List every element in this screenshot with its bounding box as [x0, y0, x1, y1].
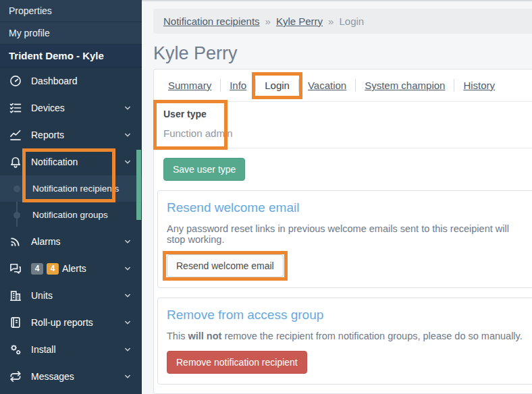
button-label: Resend welcome email	[176, 260, 274, 271]
tab-vacation[interactable]: Vacation	[298, 79, 355, 92]
sidebar: Properties My profile Trident Demo - Kyl…	[0, 0, 142, 394]
sidebar-item-alarms[interactable]: Alarms	[0, 228, 142, 255]
sidebar-item-label: Notification	[31, 157, 123, 167]
sidebar-item-label: Alerts	[62, 263, 123, 274]
sidebar-item-reports[interactable]: Reports	[0, 121, 142, 148]
sidebar-item-notification[interactable]: Notification	[0, 148, 142, 175]
user-type-label: User type	[163, 109, 524, 119]
sidebar-item-dashboard[interactable]: Dashboard	[0, 67, 142, 94]
main-content: Notification recipients » Kyle Perry » L…	[142, 0, 532, 394]
broadcast-icon	[9, 235, 22, 248]
devices-icon	[9, 101, 22, 115]
sidebar-scrollbar-thumb[interactable]	[136, 150, 141, 220]
chevron-down-icon	[123, 291, 132, 300]
bullet-dot-icon	[14, 186, 20, 192]
gears-icon	[9, 343, 22, 356]
resend-welcome-email-panel: Resend welcome email Any password reset …	[157, 190, 532, 288]
sidebar-item-rollup-reports[interactable]: Roll-up reports	[0, 309, 142, 336]
breadcrumb-link-notification-recipients[interactable]: Notification recipients	[163, 16, 260, 27]
remove-access-group-panel: Remove from access group This will not r…	[157, 298, 532, 385]
annotation-highlight-user-type	[153, 100, 228, 150]
tab-system-champion[interactable]: System champion	[355, 79, 454, 92]
sidebar-item-messages[interactable]: Messages	[0, 363, 142, 390]
sidebar-org-header: Trident Demo - Kyle	[0, 45, 142, 67]
breadcrumb-separator: »	[265, 16, 271, 27]
sidebar-item-label: Install	[31, 344, 123, 355]
sidebar-subitem-label: Notification recipients	[32, 184, 119, 194]
tab-label: Login	[265, 80, 290, 91]
notification-submenu: Notification recipients Notification gro…	[0, 175, 142, 228]
chevron-down-icon	[123, 345, 132, 354]
tab-login[interactable]: Login	[255, 79, 298, 92]
tab-summary[interactable]: Summary	[159, 79, 220, 92]
alert-count-badge-gray: 4	[31, 263, 43, 275]
panel-text: Any password reset links in previous wel…	[167, 223, 525, 245]
chevron-down-icon	[123, 372, 132, 381]
panel-text: This will not remove the recipient from …	[167, 331, 525, 341]
top-divider	[142, 0, 532, 1]
sidebar-item-units[interactable]: Units	[0, 282, 142, 309]
chevron-down-icon	[123, 130, 132, 140]
building-icon	[9, 289, 22, 302]
repeat-arrows-icon	[9, 370, 22, 383]
app-window: Properties My profile Trident Demo - Kyl…	[0, 0, 532, 394]
chevron-down-icon	[123, 318, 132, 327]
bullet-dot-icon	[14, 212, 20, 219]
tab-bar: Summary Info Login Vacation System champ…	[154, 69, 532, 102]
sidebar-item-label: Reports	[31, 130, 123, 140]
chat-bubbles-icon	[9, 262, 22, 275]
chevron-down-icon	[123, 157, 132, 167]
chevron-down-icon	[123, 237, 132, 246]
panel-heading: Remove from access group	[167, 308, 525, 322]
sidebar-item-label: Roll-up reports	[31, 317, 123, 328]
sidebar-item-devices[interactable]: Devices	[0, 94, 142, 121]
tab-info[interactable]: Info	[220, 79, 255, 92]
resend-welcome-email-button[interactable]: Resend welcome email	[167, 254, 284, 277]
reports-icon	[9, 128, 22, 142]
sidebar-item-install[interactable]: Install	[0, 336, 142, 363]
sidebar-item-properties[interactable]: Properties	[0, 0, 142, 22]
tab-history[interactable]: History	[454, 79, 504, 92]
save-user-type-button[interactable]: Save user type	[163, 158, 245, 181]
divider	[154, 148, 532, 148]
sidebar-item-label: Units	[31, 290, 123, 301]
sidebar-item-alerts[interactable]: 4 4 Alerts	[0, 255, 142, 282]
recipient-detail-card: Summary Info Login Vacation System champ…	[153, 69, 532, 394]
alert-count-badge-orange: 4	[47, 263, 59, 275]
breadcrumb-separator: »	[328, 16, 334, 27]
sidebar-item-label: Messages	[31, 371, 123, 382]
sidebar-subitem-label: Notification groups	[32, 210, 108, 220]
user-type-field: User type Function admin	[154, 102, 532, 139]
breadcrumb-current: Login	[339, 16, 364, 27]
panel-text-suffix: remove the recipient from notification g…	[221, 331, 522, 341]
breadcrumb-link-kyle-perry[interactable]: Kyle Perry	[276, 16, 323, 27]
journal-icon	[9, 316, 22, 329]
sidebar-item-notification-groups[interactable]: Notification groups	[0, 202, 142, 228]
remove-notification-recipient-button[interactable]: Remove notification recipient	[167, 351, 307, 374]
sidebar-item-my-profile[interactable]: My profile	[0, 22, 142, 45]
bell-icon	[9, 155, 22, 169]
panel-text-prefix: This	[167, 331, 188, 341]
dashboard-icon	[9, 74, 22, 88]
sidebar-item-label: Devices	[31, 103, 123, 113]
sidebar-item-label: Alarms	[31, 236, 123, 247]
chevron-down-icon	[123, 103, 132, 113]
sidebar-nav: Dashboard Devices Reports	[0, 67, 142, 390]
page-title: Kyle Perry	[153, 43, 532, 64]
sidebar-item-label: Dashboard	[31, 76, 132, 86]
sidebar-item-notification-recipients[interactable]: Notification recipients	[0, 175, 142, 202]
panel-text-bold: will not	[188, 331, 221, 341]
panel-heading: Resend welcome email	[167, 200, 525, 215]
user-type-value[interactable]: Function admin	[163, 128, 524, 139]
chevron-down-icon	[123, 264, 132, 273]
breadcrumb: Notification recipients » Kyle Perry » L…	[153, 9, 532, 34]
